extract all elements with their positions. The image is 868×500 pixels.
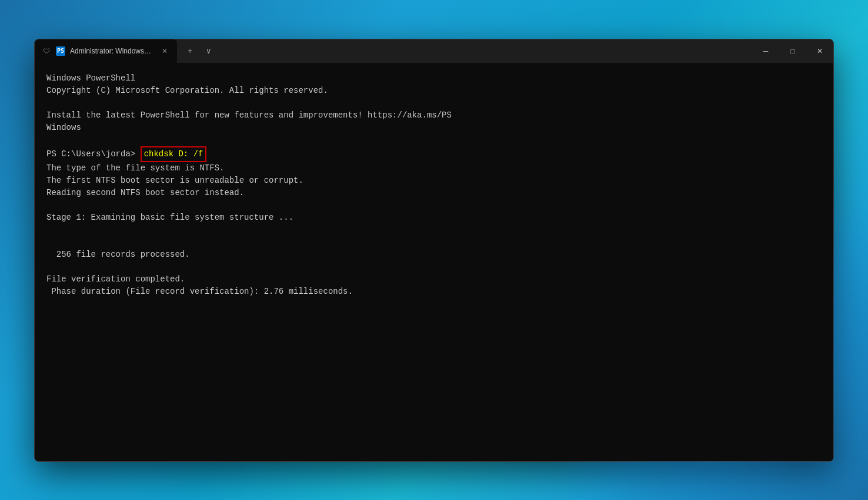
- dropdown-button[interactable]: ∨: [201, 43, 217, 59]
- tab-title: Administrator: Windows Powe: [70, 47, 152, 55]
- powershell-icon: PS: [56, 46, 65, 56]
- terminal-empty-line: [46, 134, 822, 146]
- close-button[interactable]: ✕: [806, 39, 833, 63]
- shield-icon: 🛡: [42, 46, 51, 56]
- terminal-line: Reading second NTFS boot sector instead.: [46, 187, 822, 199]
- command-line: PS C:\Users\jorda> chkdsk D: /f: [46, 146, 822, 162]
- terminal-line: Stage 1: Examining basic file system str…: [46, 212, 822, 224]
- maximize-button[interactable]: □: [779, 39, 806, 63]
- new-tab-button[interactable]: +: [182, 43, 198, 59]
- terminal-line: Install the latest PowerShell for new fe…: [46, 109, 822, 122]
- terminal-line: File verification completed.: [46, 273, 822, 286]
- powershell-window: 🛡 PS Administrator: Windows Powe ✕ + ∨ ─…: [34, 39, 834, 462]
- titlebar-actions: + ∨: [177, 39, 222, 63]
- terminal-line: Copyright (C) Microsoft Corporation. All…: [46, 85, 822, 97]
- terminal-empty-line: [46, 261, 822, 273]
- terminal-line: The type of the file system is NTFS.: [46, 162, 822, 175]
- command-text: chkdsk D: /f: [141, 146, 207, 162]
- terminal-line: Windows: [46, 122, 822, 134]
- tab-strip: 🛡 PS Administrator: Windows Powe ✕ + ∨: [35, 39, 752, 63]
- minimize-button[interactable]: ─: [752, 39, 779, 63]
- terminal-empty-line: [46, 199, 822, 212]
- terminal-line: Windows PowerShell: [46, 72, 822, 85]
- terminal-empty-line: [46, 236, 822, 249]
- titlebar: 🛡 PS Administrator: Windows Powe ✕ + ∨ ─…: [35, 39, 833, 63]
- terminal-line: The first NTFS boot sector is unreadable…: [46, 175, 822, 187]
- terminal-empty-line: [46, 224, 822, 236]
- terminal-empty-line: [46, 97, 822, 109]
- terminal-output[interactable]: Windows PowerShell Copyright (C) Microso…: [35, 63, 833, 461]
- tab-close-button[interactable]: ✕: [159, 46, 170, 56]
- window-controls: ─ □ ✕: [752, 39, 833, 63]
- terminal-line: Phase duration (File record verification…: [46, 286, 822, 298]
- active-tab[interactable]: 🛡 PS Administrator: Windows Powe ✕: [35, 39, 177, 63]
- terminal-line: 256 file records processed.: [46, 249, 822, 261]
- prompt-text: PS C:\Users\jorda>: [46, 148, 141, 160]
